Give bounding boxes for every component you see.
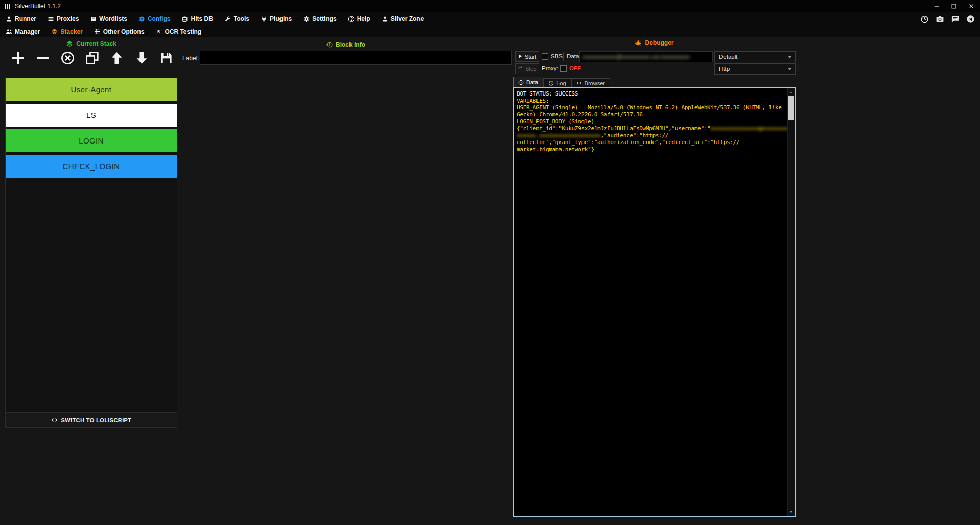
chevron-down-icon: [788, 56, 792, 58]
log-line: market.bigmama.network"}: [517, 146, 786, 153]
save-config-button[interactable]: [159, 51, 173, 65]
window-controls: [928, 0, 980, 12]
menu-item-runner[interactable]: Runner: [0, 12, 42, 26]
clock-icon: [518, 80, 524, 85]
code-icon: [576, 80, 582, 86]
stack-block-ls[interactable]: LS: [6, 104, 177, 127]
people-icon: [6, 28, 12, 35]
history-icon: [548, 80, 554, 86]
screenshot-icon[interactable]: [936, 15, 944, 23]
sbs-checkbox[interactable]: [542, 53, 548, 60]
stack-block-check_login[interactable]: CHECK_LOGIN: [6, 155, 177, 178]
person-icon: [382, 16, 388, 22]
block-info-header: Block Info: [179, 41, 513, 49]
log-line: xxxxxx.xxxxxxxxxxxxxxxxxxx,"audience":"h…: [517, 132, 786, 139]
book-icon: [90, 16, 97, 22]
main-menu-bar: RunnerProxiesWordlistsConfigsHits DBTool…: [0, 12, 980, 26]
log-line: VARIABLES:: [517, 98, 786, 105]
gear-icon: [303, 16, 310, 22]
debugger-header: Debugger: [513, 39, 796, 46]
bug-icon: [635, 39, 642, 46]
history-icon[interactable]: [920, 15, 929, 23]
minimize-button[interactable]: [928, 0, 945, 12]
stack-panel: User-AgentLSLOGINCHECK_LOGIN: [5, 77, 177, 413]
menu-item-ocr-testing[interactable]: ROCR Testing: [150, 26, 207, 38]
menu-item-configs[interactable]: Configs: [133, 12, 176, 26]
sbs-label: SBS: [551, 53, 563, 59]
menu-item-settings[interactable]: Settings: [297, 12, 342, 26]
block-label-input[interactable]: [200, 51, 512, 65]
scroll-down-arrow[interactable]: ▼: [788, 509, 795, 515]
app-window: SilverBullet 1.1.2 RunnerProxiesWordlist…: [0, 0, 980, 525]
menu-item-help[interactable]: Help: [342, 12, 376, 26]
tab-log[interactable]: Log: [543, 78, 571, 87]
log-line: Gecko) Chrome/41.0.2226.0 Safari/537.36: [517, 111, 786, 118]
stack-block-login[interactable]: LOGIN: [6, 129, 177, 152]
layers-icon: [66, 40, 73, 47]
block-label-caption: Label:: [182, 55, 199, 62]
menu-item-silver-zone[interactable]: Silver Zone: [376, 12, 430, 26]
menu-item-wordlists[interactable]: Wordlists: [84, 12, 132, 26]
bars-icon: [48, 16, 54, 22]
log-line: USER_AGENT (Single) = Mozilla/5.0 (Windo…: [517, 104, 786, 111]
close-button[interactable]: [963, 0, 980, 12]
block-info-title: Block Info: [336, 41, 365, 49]
disable-block-button[interactable]: [61, 51, 75, 65]
menu-item-manager[interactable]: Manager: [0, 26, 45, 38]
title-bar: SilverBullet 1.1.2: [0, 0, 980, 12]
maximize-button[interactable]: [945, 0, 963, 12]
menu-item-tools[interactable]: Tools: [219, 12, 255, 26]
svg-text:R: R: [158, 30, 160, 33]
debugger-title: Debugger: [645, 39, 673, 46]
debug-log: BOT STATUS: SUCCESSVARIABLES:USER_AGENT …: [517, 90, 786, 153]
stack-toolbar: [11, 48, 173, 67]
log-line: BOT STATUS: SUCCESS: [517, 90, 786, 98]
config-submenu: ManagerStackerOther OptionsROCR Testing: [0, 26, 980, 38]
menu-item-proxies[interactable]: Proxies: [42, 12, 84, 26]
play-icon: [518, 54, 523, 60]
proxy-checkbox[interactable]: [560, 65, 567, 72]
debug-data-input[interactable]: xxxxxxxxxxxx@xxxxxxxxxx.xxx:xxxxxxxxxx: [579, 51, 713, 62]
start-button[interactable]: Start: [515, 51, 539, 62]
menu-item-stacker[interactable]: Stacker: [45, 26, 88, 38]
move-block-up-button[interactable]: [110, 51, 124, 65]
menu-item-other-options[interactable]: Other Options: [88, 26, 150, 38]
chevron-down-icon: [788, 68, 792, 70]
scroll-up-arrow[interactable]: ▲: [788, 89, 795, 96]
scrollbar: ▲ ▼: [787, 88, 795, 516]
gear-icon: [138, 16, 145, 22]
telegram-icon[interactable]: [966, 15, 975, 23]
tab-browser[interactable]: Browser: [571, 78, 610, 87]
database-icon: [181, 16, 188, 22]
tab-data[interactable]: Data: [513, 77, 543, 87]
wordlist-type-dropdown[interactable]: Default: [714, 51, 796, 62]
step-icon: [518, 65, 523, 72]
data-label: Data:: [567, 53, 581, 59]
log-line: LOGIN_POST_BODY (Single) =: [517, 118, 786, 125]
switch-to-loliscript-button[interactable]: SWITCH TO LOLISCRIPT: [5, 413, 177, 428]
current-stack-title: Current Stack: [76, 40, 116, 47]
debugger-output: BOT STATUS: SUCCESSVARIABLES:USER_AGENT …: [513, 87, 796, 517]
remove-block-button[interactable]: [36, 51, 50, 65]
menu-right-icons: [920, 12, 975, 26]
move-block-down-button[interactable]: [135, 51, 149, 65]
window-title: SilverBullet 1.1.2: [15, 3, 61, 10]
debug-data-value-redacted: xxxxxxxxxxxx@xxxxxxxxxx.xxx:xxxxxxxxxx: [582, 54, 690, 60]
log-line: collector","grant_type":"authorization_c…: [517, 139, 786, 146]
main-menu-items: RunnerProxiesWordlistsConfigsHits DBTool…: [0, 12, 429, 26]
chat-icon[interactable]: [951, 15, 960, 23]
clone-block-button[interactable]: [85, 51, 99, 65]
ocr-icon: R: [155, 28, 162, 35]
wrench-icon: [224, 16, 231, 22]
menu-item-plugins[interactable]: Plugins: [255, 12, 297, 26]
help-icon: [348, 16, 355, 22]
add-block-button[interactable]: [11, 51, 25, 65]
options-icon: [94, 28, 101, 35]
menu-item-hits-db[interactable]: Hits DB: [176, 12, 218, 26]
info-icon: [326, 42, 333, 48]
step-button[interactable]: Step: [515, 63, 539, 74]
proxy-type-dropdown[interactable]: Http: [714, 63, 796, 75]
stack-block-user-agent[interactable]: User-Agent: [6, 78, 177, 101]
layers-icon: [51, 28, 58, 35]
scrollbar-thumb[interactable]: [788, 96, 794, 120]
